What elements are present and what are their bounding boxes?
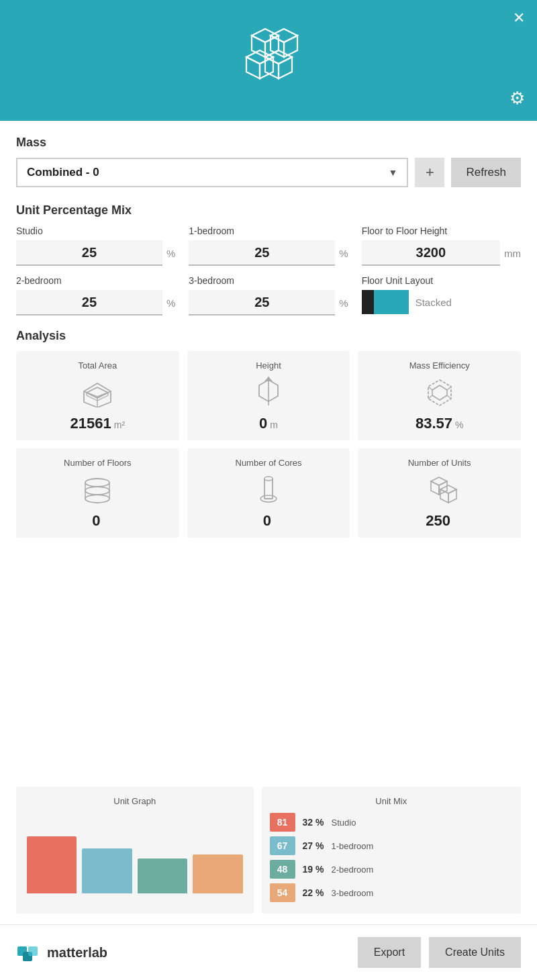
analysis-card-title-3: Number of Floors: [64, 458, 131, 468]
two-bedroom-input[interactable]: [16, 290, 162, 315]
three-bedroom-label: 3-bedroom: [189, 275, 348, 286]
analysis-value-1: 0m: [259, 415, 278, 432]
three-bedroom-input[interactable]: [189, 290, 335, 315]
mix-badge-0: 81: [270, 813, 295, 832]
svg-rect-48: [28, 946, 38, 956]
mix-name-3: 3-bedroom: [332, 888, 374, 898]
analysis-card-title-5: Number of Units: [408, 458, 471, 468]
two-bedroom-label: 2-bedroom: [16, 275, 175, 286]
one-bedroom-label: 1-bedroom: [189, 226, 348, 236]
studio-input[interactable]: [16, 240, 162, 266]
header: ✕ ⚙: [0, 0, 537, 121]
toggle-off-part: [362, 290, 374, 314]
efficiency-icon: [423, 375, 456, 411]
gear-icon[interactable]: ⚙: [509, 88, 525, 109]
mix-name-0: Studio: [332, 818, 356, 828]
svg-marker-0: [252, 29, 279, 42]
analysis-card-1: Height 0m: [187, 351, 350, 440]
svg-marker-45: [448, 489, 456, 503]
mass-dropdown[interactable]: Combined - 0 ▼: [16, 158, 408, 187]
svg-marker-3: [271, 29, 297, 42]
analysis-value-0: 21561m²: [70, 415, 126, 432]
svg-point-31: [85, 487, 109, 495]
mix-badge-1: 67: [270, 836, 295, 855]
add-mass-button[interactable]: +: [415, 158, 444, 187]
floors-icon: [81, 472, 113, 508]
svg-line-26: [428, 387, 432, 390]
unit-mix-row-2: 48 19 % 2-bedroom: [270, 860, 513, 879]
refresh-button[interactable]: Refresh: [451, 158, 521, 187]
floor-unit-layout-item: Floor Unit Layout Stacked: [362, 275, 521, 315]
mass-section-label: Mass: [16, 136, 521, 150]
height-icon: [254, 375, 283, 411]
svg-point-30: [85, 495, 109, 503]
mix-badge-2: 48: [270, 860, 295, 879]
floor-height-unit: mm: [504, 248, 521, 259]
close-icon[interactable]: ✕: [513, 9, 525, 27]
svg-marker-23: [264, 377, 273, 381]
one-bedroom-unit: %: [339, 248, 348, 259]
one-bedroom-mix-item: 1-bedroom %: [189, 226, 348, 266]
mix-section-label: Unit Percentage Mix: [16, 203, 521, 217]
export-button[interactable]: Export: [358, 937, 421, 968]
analysis-card-0: Total Area 21561m²: [16, 351, 179, 440]
bar-3: [193, 854, 242, 893]
analysis-card-title-0: Total Area: [78, 360, 117, 371]
svg-marker-24: [428, 380, 451, 405]
one-bedroom-input[interactable]: [189, 240, 335, 266]
bar-2: [138, 859, 187, 893]
analysis-card-title-4: Number of Cores: [236, 458, 302, 468]
floor-height-item: Floor to Floor Height mm: [362, 226, 521, 266]
analysis-unit-0: m²: [114, 420, 125, 430]
analysis-unit-2: %: [455, 420, 463, 430]
svg-marker-11: [279, 57, 292, 79]
floor-unit-layout-toggle[interactable]: [362, 290, 409, 314]
bottom-section: Unit Graph Unit Mix 81 32 % Studio 67 27…: [0, 787, 537, 914]
analysis-section: Analysis Total Area 21561m² Height 0m Ma…: [16, 329, 521, 538]
brand-icon: [16, 940, 42, 965]
analysis-label: Analysis: [16, 329, 521, 343]
toggle-label: Stacked: [416, 297, 452, 308]
analysis-unit-1: m: [270, 420, 278, 430]
analysis-value-5: 250: [426, 512, 453, 530]
analysis-card-5: Number of Units 250: [358, 448, 521, 538]
toggle-on-part: [374, 290, 409, 314]
floor-height-input[interactable]: [362, 240, 500, 266]
studio-label: Studio: [16, 226, 175, 236]
svg-point-39: [264, 477, 273, 481]
mix-name-2: 2-bedroom: [332, 865, 374, 875]
brand-name: matterlab: [47, 945, 107, 961]
mass-row: Combined - 0 ▼ + Refresh: [16, 158, 521, 187]
unit-mix-row-1: 67 27 % 1-bedroom: [270, 836, 513, 855]
area-icon: [80, 375, 115, 411]
chevron-down-icon: ▼: [389, 167, 398, 178]
footer: matterlab Export Create Units: [0, 924, 537, 980]
bar-0: [27, 836, 77, 893]
svg-marker-9: [265, 50, 292, 64]
analysis-card-title-2: Mass Efficiency: [409, 360, 470, 371]
unit-mix-title: Unit Mix: [270, 796, 513, 806]
svg-marker-6: [246, 50, 273, 64]
two-bedroom-unit: %: [166, 297, 175, 309]
svg-marker-43: [440, 485, 456, 493]
unit-graph-card: Unit Graph: [16, 787, 254, 914]
bar-1: [82, 848, 132, 893]
bar-chart: [24, 813, 246, 893]
unit-mix-row-0: 81 32 % Studio: [270, 813, 513, 832]
unit-percentage-mix-section: Unit Percentage Mix Studio % 1-bedroom %: [16, 203, 521, 315]
studio-mix-item: Studio %: [16, 226, 175, 266]
svg-marker-40: [431, 477, 447, 485]
cores-icon: [254, 472, 283, 508]
mix-badge-3: 54: [270, 883, 295, 902]
svg-line-29: [447, 395, 451, 399]
units-icon: [422, 472, 458, 508]
unit-graph-title: Unit Graph: [24, 796, 246, 806]
create-units-button[interactable]: Create Units: [429, 937, 521, 968]
mass-dropdown-value: Combined - 0: [27, 166, 99, 179]
svg-marker-25: [432, 385, 447, 400]
mix-pct-3: 22 %: [301, 887, 326, 898]
three-bedroom-unit: %: [339, 297, 348, 309]
footer-actions: Export Create Units: [358, 937, 521, 968]
mix-pct-2: 19 %: [301, 864, 326, 875]
analysis-value-4: 0: [263, 512, 274, 530]
